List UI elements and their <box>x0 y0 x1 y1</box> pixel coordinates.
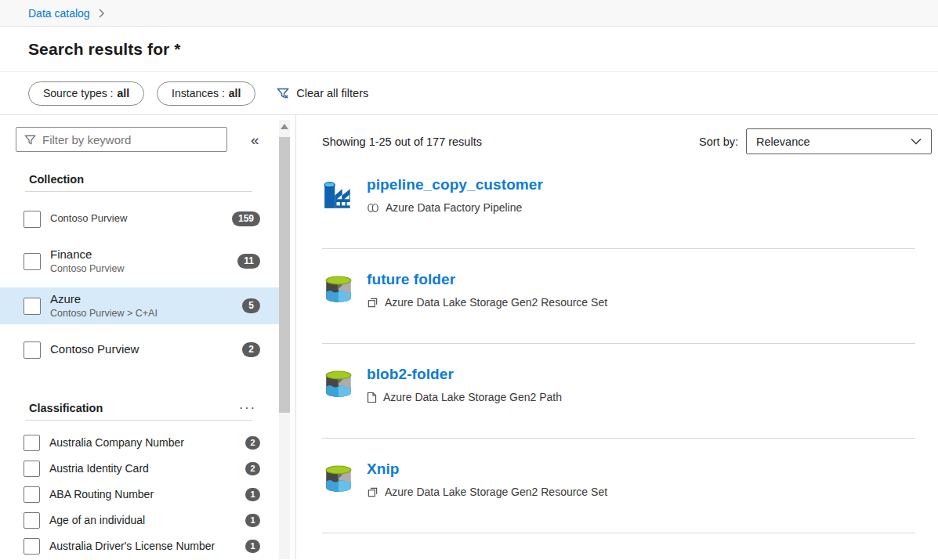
instances-filter-pill[interactable]: Instances : all <box>157 81 255 106</box>
classification-row-australia-drivers-license[interactable]: Australia Driver's License Number 1 <box>0 533 279 559</box>
count-badge: 11 <box>237 254 260 269</box>
classification-section-title: Classification <box>29 402 103 414</box>
checkbox[interactable] <box>24 298 41 315</box>
pill-value: all <box>118 87 130 99</box>
section-divider <box>25 420 252 421</box>
collection-row-contoso-purview[interactable]: Contoso Purview 159 <box>0 203 279 235</box>
classification-row-aba-routing-number[interactable]: ABA Routing Number 1 <box>0 482 279 508</box>
classification-label: Australia Company Number <box>49 436 245 450</box>
sidebar-scrollbar-track[interactable] <box>279 120 290 559</box>
classification-row-age-of-an-individual[interactable]: Age of an individual 1 <box>0 508 279 533</box>
sort-by-value: Relevance <box>756 135 810 148</box>
collection-path: Contoso Purview <box>50 262 237 275</box>
collection-row-azure[interactable]: Azure Contoso Purview > C+AI 5 <box>0 287 279 324</box>
result-row: pipeline_copy_customer Azure Data Factor… <box>322 154 915 249</box>
keyword-filter-input[interactable] <box>42 133 220 146</box>
result-title-link[interactable]: future folder <box>367 271 455 287</box>
count-badge: 1 <box>245 488 260 502</box>
source-types-filter-pill[interactable]: Source types : all <box>28 81 144 106</box>
result-type-label: Azure Data Factory Pipeline <box>386 201 522 214</box>
classification-label: Austria Identity Card <box>49 462 245 476</box>
scrollbar-up-arrow[interactable] <box>281 124 288 129</box>
clear-all-filters-label: Clear all filters <box>296 87 368 99</box>
clear-all-filters-button[interactable]: Clear all filters <box>276 86 368 100</box>
checkbox[interactable] <box>24 461 40 477</box>
result-title-link[interactable]: blob2-folder <box>367 366 454 382</box>
azure-data-lake-icon <box>322 367 355 400</box>
chevron-right-icon <box>98 9 105 18</box>
result-row: blob2-folder Azure Data Lake Storage Gen… <box>322 344 915 439</box>
collection-row-contoso-purview-2[interactable]: Contoso Purview 2 <box>0 334 279 366</box>
collection-path: Contoso Purview > C+AI <box>50 307 242 320</box>
classification-label: ABA Routing Number <box>49 488 245 502</box>
page-title: Search results for * <box>28 40 181 59</box>
count-badge: 2 <box>242 342 260 358</box>
count-badge: 1 <box>245 540 260 554</box>
classification-label: Age of an individual <box>49 514 245 528</box>
results-summary: Showing 1-25 out of 177 results <box>322 135 482 148</box>
chevron-down-icon <box>911 138 922 145</box>
result-title-link[interactable]: Xnip <box>367 461 400 477</box>
file-icon <box>367 392 377 403</box>
result-type-label: Azure Data Lake Storage Gen2 Resource Se… <box>385 296 607 309</box>
azure-data-lake-icon <box>322 273 355 305</box>
checkbox[interactable] <box>24 512 40 529</box>
checkbox[interactable] <box>24 538 40 555</box>
clear-filter-icon <box>276 86 290 100</box>
pill-value: all <box>229 87 241 99</box>
more-options-button[interactable]: ··· <box>239 402 256 414</box>
checkbox[interactable] <box>24 486 40 503</box>
keyword-filter-box <box>16 127 227 152</box>
count-badge: 2 <box>245 462 260 476</box>
result-type-label: Azure Data Lake Storage Gen2 Resource Se… <box>385 486 607 498</box>
filters-sidebar: « Collection Contoso Purview 159 Finance… <box>0 115 296 559</box>
count-badge: 1 <box>245 514 260 528</box>
collection-label: Finance <box>50 247 237 262</box>
result-type-label: Azure Data Lake Storage Gen2 Path <box>383 391 562 403</box>
page-header: Search results for * <box>0 27 938 72</box>
classification-row-australia-company-number[interactable]: Australia Company Number 2 <box>0 430 279 456</box>
sort-by-label: Sort by: <box>699 135 738 148</box>
count-badge: 159 <box>232 211 260 227</box>
checkbox[interactable] <box>24 211 41 228</box>
pill-label: Source types : <box>43 87 114 99</box>
breadcrumb-link-data-catalog[interactable]: Data catalog <box>28 7 90 20</box>
azure-data-lake-icon <box>322 462 355 495</box>
resource-set-icon <box>367 486 378 498</box>
sort-by-dropdown[interactable]: Relevance <box>746 128 932 154</box>
count-badge: 5 <box>242 298 260 314</box>
azure-data-factory-icon <box>322 178 355 211</box>
search-results-panel: Showing 1-25 out of 177 results Sort by:… <box>296 115 938 559</box>
collection-label: Azure <box>50 292 242 307</box>
funnel-icon <box>24 134 36 146</box>
checkbox[interactable] <box>24 253 41 270</box>
checkbox[interactable] <box>24 435 40 451</box>
breadcrumb: Data catalog <box>0 0 938 27</box>
classification-label: Australia Driver's License Number <box>49 540 245 554</box>
collection-label: Contoso Purview <box>50 342 242 357</box>
resource-set-icon <box>367 297 378 309</box>
result-row: Xnip Azure Data Lake Storage Gen2 Resour… <box>322 439 915 533</box>
section-divider <box>25 191 252 192</box>
collection-section-title: Collection <box>29 173 84 186</box>
sidebar-scrollbar-thumb[interactable] <box>279 137 290 413</box>
result-row: future folder Azure Data Lake Storage Ge… <box>322 249 915 344</box>
filter-bar: Source types : all Instances : all Clear… <box>0 72 938 115</box>
classification-row-austria-identity-card[interactable]: Austria Identity Card 2 <box>0 456 279 482</box>
pill-label: Instances : <box>172 87 225 99</box>
result-title-link[interactable]: pipeline_copy_customer <box>367 176 543 193</box>
collection-row-finance[interactable]: Finance Contoso Purview 11 <box>0 243 279 280</box>
checkbox[interactable] <box>24 341 41 359</box>
collection-label: Contoso Purview <box>50 212 232 225</box>
pipeline-icon <box>367 202 379 214</box>
count-badge: 2 <box>245 436 260 450</box>
collapse-sidebar-button[interactable]: « <box>251 132 259 147</box>
